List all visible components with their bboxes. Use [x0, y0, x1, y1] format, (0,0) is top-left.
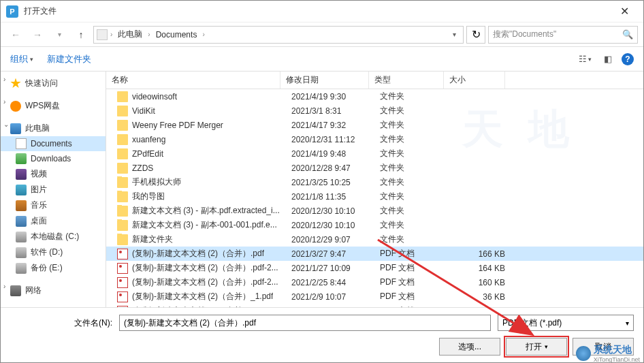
sidebar-label: 音乐: [31, 200, 47, 211]
filename-input[interactable]: [119, 315, 491, 331]
up-button[interactable]: ↑: [71, 25, 91, 44]
file-row[interactable]: (复制)-新建文本文档 (2)（合并）.pdf2021/3/27 9:47PDF…: [106, 247, 643, 261]
chevron-right-icon[interactable]: ›: [3, 283, 5, 290]
file-row[interactable]: 我的导图2021/1/8 11:35文件夹: [106, 189, 643, 204]
file-row[interactable]: ZPdfEdit2021/4/19 9:48文件夹: [106, 146, 643, 161]
column-name[interactable]: 名称: [106, 72, 280, 89]
file-name: (复制)-新建文本文档 (2)（合并）.pdf-2...: [132, 277, 278, 288]
sidebar-network[interactable]: 网络: [1, 283, 106, 298]
options-button[interactable]: 选项...: [439, 338, 500, 356]
file-date: 2021/3/1 8:31: [286, 106, 374, 116]
sidebar-label: 网络: [25, 285, 42, 296]
breadcrumb-dropdown[interactable]: ▾: [449, 31, 460, 38]
sidebar-label: 图片: [31, 184, 47, 195]
preview-icon: ◧: [604, 54, 612, 64]
file-type: 文件夹: [374, 162, 449, 174]
recent-dropdown[interactable]: ▾: [50, 25, 69, 44]
sidebar-desktop[interactable]: 桌面: [1, 213, 106, 229]
filename-label: 文件名(N):: [65, 317, 112, 329]
refresh-button[interactable]: ↻: [466, 26, 485, 44]
chevron-down-icon: ▾: [588, 56, 592, 63]
breadcrumb-documents[interactable]: Documents: [153, 30, 200, 40]
folder-icon: [117, 91, 128, 102]
sidebar-quick-access[interactable]: 快速访问: [1, 76, 106, 91]
sidebar-documents[interactable]: Documents: [1, 136, 106, 151]
file-type: 文件夹: [374, 234, 449, 245]
video-icon: [16, 169, 27, 180]
breadcrumb[interactable]: › 此电脑 › Documents › ▾: [93, 26, 464, 44]
file-row[interactable]: xuanfeng2020/12/31 11:12文件夹: [106, 132, 643, 146]
organize-menu[interactable]: 组织 ▾: [10, 53, 33, 65]
column-date[interactable]: 修改日期: [280, 72, 369, 89]
file-type: PDF 文档: [374, 277, 449, 288]
sidebar-label: Documents: [31, 139, 72, 148]
view-mode-button[interactable]: ☷ ▾: [576, 52, 594, 65]
file-row[interactable]: (复制)-新建文本文档 (2)（合并）.pdf-2...2021/1/27 10…: [106, 261, 643, 275]
folder-icon: [117, 234, 128, 245]
search-input[interactable]: 搜索"Documents" 🔍: [488, 26, 638, 44]
file-type: 文件夹: [374, 133, 449, 145]
file-name: 我的导图: [132, 191, 165, 202]
pdf-icon: [117, 263, 128, 274]
file-row[interactable]: 新建文本文档 (3) - 副本.pdf.extracted_i...2020/1…: [106, 204, 643, 218]
file-size: 160 KB: [449, 278, 511, 287]
column-headers: 名称 修改日期 类型 大小: [106, 72, 643, 89]
filetype-value: PDF 文档 (*.pdf): [502, 317, 562, 329]
preview-pane-button[interactable]: ◧: [601, 52, 615, 65]
sidebar-label: 本地磁盘 (C:): [31, 231, 79, 242]
forward-button[interactable]: →: [28, 25, 47, 44]
file-type: 文件夹: [374, 91, 449, 102]
sidebar-disk-d[interactable]: 软件 (D:): [1, 244, 106, 260]
breadcrumb-this-pc[interactable]: 此电脑: [115, 29, 145, 40]
column-size[interactable]: 大小: [444, 72, 505, 89]
column-type[interactable]: 类型: [369, 72, 444, 89]
picture-icon: [16, 185, 27, 195]
sidebar-videos[interactable]: 视频: [1, 166, 106, 182]
file-row[interactable]: ZZDS2020/12/28 9:47文件夹: [106, 161, 643, 175]
chevron-right-icon[interactable]: ›: [3, 98, 5, 106]
disk-icon: [16, 232, 27, 242]
file-row[interactable]: (复制)-新建文本文档 (2)（合并）.pdf-2...2021/2/25 8:…: [106, 275, 643, 289]
file-type: 文件夹: [374, 219, 449, 231]
open-button[interactable]: 打开 ▾: [506, 338, 567, 356]
file-row[interactable]: 手机模拟大师2021/3/25 10:25文件夹: [106, 175, 643, 189]
sidebar-label: 快速访问: [25, 78, 58, 89]
sidebar-this-pc[interactable]: 此电脑: [1, 121, 106, 136]
file-date: 2021/1/27 10:09: [286, 264, 374, 273]
back-button[interactable]: ←: [6, 25, 25, 44]
sidebar-wps[interactable]: WPS网盘: [1, 98, 106, 114]
file-date: 2021/2/9 10:07: [286, 292, 374, 302]
file-name: (复制)-新建文本文档 (2)（合并）.pdf-2...: [132, 262, 278, 274]
file-name: ZPdfEdit: [132, 149, 163, 159]
file-row[interactable]: 新建文本文档 (3) - 副本-001-001.pdf.e...2020/12/…: [106, 218, 643, 232]
file-name: Weeny Free PDF Merger: [132, 121, 223, 130]
chevron-down-icon[interactable]: ⌄: [3, 121, 9, 128]
file-row[interactable]: (复制)-新建文本文档 (2)（合并）_1.pdf2021/2/9 10:07P…: [106, 289, 643, 304]
help-button[interactable]: ?: [622, 53, 634, 65]
sidebar-disk-e[interactable]: 备份 (E:): [1, 260, 106, 276]
file-row[interactable]: VidiKit2021/3/1 8:31文件夹: [106, 104, 643, 118]
new-folder-button[interactable]: 新建文件夹: [47, 53, 91, 65]
chevron-right-icon[interactable]: ›: [3, 76, 5, 83]
close-button[interactable]: ✕: [611, 2, 638, 21]
open-file-dialog: P 打开文件 ✕ ← → ▾ ↑ › 此电脑 › Documents › ▾ ↻…: [0, 0, 644, 363]
file-name: (复制)-新建文本文档 (2)（合并）_1.pdf: [132, 291, 273, 302]
filetype-select[interactable]: PDF 文档 (*.pdf) ▾: [498, 315, 634, 331]
file-date: 2021/2/25 8:44: [286, 278, 374, 287]
cancel-label: 取消: [595, 341, 611, 353]
file-date: 2021/4/19 9:30: [286, 92, 374, 101]
file-row[interactable]: 新建文件夹2020/12/29 9:07文件夹: [106, 232, 643, 247]
file-row[interactable]: videowinsoft2021/4/19 9:30文件夹: [106, 89, 643, 104]
file-name: 新建文本文档 (3) - 副本.pdf.extracted_i...: [132, 205, 280, 217]
sidebar-music[interactable]: 音乐: [1, 198, 106, 213]
file-name: xuanfeng: [132, 135, 165, 144]
sidebar-disk-c[interactable]: 本地磁盘 (C:): [1, 229, 106, 244]
sidebar-pictures[interactable]: 图片: [1, 182, 106, 198]
chevron-right-icon: ›: [146, 31, 151, 38]
file-name: 手机模拟大师: [132, 176, 181, 188]
file-row[interactable]: Weeny Free PDF Merger2021/4/17 9:32文件夹: [106, 118, 643, 132]
file-date: 2020/12/30 10:10: [286, 221, 374, 230]
cancel-button[interactable]: 取消: [573, 338, 634, 356]
sidebar-downloads[interactable]: Downloads: [1, 151, 106, 166]
chevron-down-icon: ▾: [545, 343, 548, 350]
